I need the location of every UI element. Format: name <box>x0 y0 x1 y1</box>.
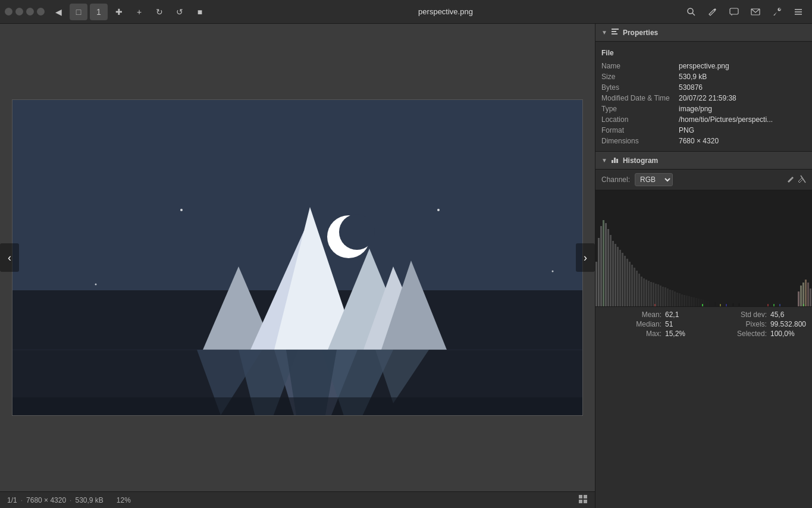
svg-rect-85 <box>695 298 697 306</box>
svg-point-14 <box>552 271 554 272</box>
svg-point-16 <box>339 214 375 250</box>
search-button[interactable] <box>682 4 700 20</box>
svg-rect-80 <box>684 295 685 306</box>
stat-row: Max:15,2% <box>601 330 701 338</box>
svg-rect-53 <box>619 250 621 306</box>
message-icon <box>751 7 760 17</box>
prop-key: Bytes <box>601 83 679 92</box>
app-dot-3 <box>26 8 34 15</box>
histogram-section-header[interactable]: ▼ Histogram <box>595 152 812 170</box>
back-button[interactable]: ◀ <box>49 4 67 20</box>
svg-rect-35 <box>612 29 619 30</box>
property-row: Bytes530876 <box>601 82 806 93</box>
svg-rect-77 <box>676 293 678 306</box>
svg-rect-40 <box>616 159 618 163</box>
stat-row: Mean:62,1 <box>601 311 701 319</box>
zoom-level: 12% <box>117 496 131 504</box>
chat-icon <box>729 7 739 17</box>
extra-button[interactable]: ■ <box>191 4 209 20</box>
svg-rect-59 <box>634 268 635 306</box>
app-dot-2 <box>15 8 23 15</box>
svg-rect-81 <box>686 296 688 306</box>
properties-arrow-icon: ▼ <box>601 29 607 36</box>
svg-rect-54 <box>622 253 623 306</box>
histogram-stats: Mean:62,1Std dev:45,6Median:51Pixels:99.… <box>595 306 812 341</box>
svg-rect-97 <box>798 291 800 306</box>
svg-rect-36 <box>612 31 616 32</box>
properties-section-header[interactable]: ▼ Properties <box>595 24 812 42</box>
svg-rect-74 <box>669 290 671 306</box>
svg-rect-90 <box>707 301 709 306</box>
svg-rect-99 <box>802 283 804 306</box>
histogram-label: Histogram <box>623 156 658 165</box>
pencil-button[interactable] <box>704 4 722 20</box>
zoom-fit-button[interactable]: ✚ <box>110 4 128 20</box>
rotate-cw-button[interactable]: ↺ <box>171 4 189 20</box>
image-dimensions: 7680 × 4320 <box>26 496 66 504</box>
stat-row: Selected:100,0% <box>707 330 806 338</box>
properties-label: Properties <box>623 29 658 37</box>
menu-button[interactable] <box>789 4 807 20</box>
svg-rect-69 <box>657 284 659 306</box>
svg-rect-86 <box>698 299 700 306</box>
message-button[interactable] <box>747 4 764 20</box>
crop-button[interactable]: □ <box>70 4 87 20</box>
histogram-edit-button[interactable] <box>787 175 795 185</box>
chat-button[interactable] <box>725 4 743 20</box>
zoom-1-button[interactable]: 1 <box>90 4 108 20</box>
stat-key: Selected: <box>737 330 767 338</box>
stat-row: Std dev:45,6 <box>707 311 806 319</box>
prev-image-button[interactable]: ‹ <box>0 243 19 272</box>
rotate-ccw-button[interactable]: ↻ <box>151 4 168 20</box>
svg-rect-46 <box>603 220 604 306</box>
prop-key: Name <box>601 62 679 70</box>
svg-rect-83 <box>691 297 692 306</box>
view-toggle-button[interactable] <box>578 494 588 506</box>
wrench-button[interactable] <box>768 4 786 20</box>
svg-rect-60 <box>636 271 638 306</box>
histogram-reset-button[interactable] <box>798 175 806 185</box>
property-row: Modified Date & Time20/07/22 21:59:38 <box>601 93 806 104</box>
svg-rect-101 <box>807 283 809 306</box>
prop-key: Type <box>601 105 679 113</box>
properties-rows: Nameperspective.pngSize530,9 kBBytes5308… <box>601 61 806 146</box>
prop-value: image/png <box>679 105 806 113</box>
stat-row: Pixels:99.532.800 <box>707 320 806 328</box>
reset-icon <box>798 175 806 183</box>
file-group-label: File <box>601 46 806 61</box>
status-bar-right <box>578 494 588 506</box>
histogram-arrow-icon: ▼ <box>601 157 607 164</box>
svg-rect-98 <box>800 286 802 306</box>
channel-select[interactable]: RGB Red Green Blue Alpha <box>635 173 673 186</box>
histogram-icons <box>787 175 806 185</box>
svg-rect-87 <box>700 299 702 306</box>
svg-rect-65 <box>648 281 650 306</box>
svg-rect-71 <box>662 287 664 306</box>
hamburger-icon <box>794 7 803 17</box>
svg-rect-44 <box>598 238 600 306</box>
property-row: Location/home/tio/Pictures/perspecti... <box>601 114 806 125</box>
property-row: Size530,9 kB <box>601 71 806 82</box>
stat-row: Median:51 <box>601 320 701 328</box>
properties-icon <box>611 27 619 37</box>
svg-rect-72 <box>664 287 666 306</box>
pencil-icon <box>708 7 717 17</box>
properties-table: File Nameperspective.pngSize530,9 kBByte… <box>595 42 812 152</box>
svg-rect-48 <box>607 229 609 306</box>
svg-rect-58 <box>631 265 633 306</box>
prop-value: 7680 × 4320 <box>679 137 806 145</box>
property-row: FormatPNG <box>601 125 806 136</box>
svg-rect-61 <box>638 274 640 306</box>
toolbar-right <box>682 4 807 20</box>
file-size: 530,9 kB <box>75 496 103 504</box>
svg-rect-50 <box>612 241 614 306</box>
main-area: ‹ <box>0 24 812 508</box>
svg-rect-100 <box>805 280 807 306</box>
page-indicator: 1/1 <box>7 496 17 504</box>
prop-value: 20/07/22 21:59:38 <box>679 94 806 102</box>
svg-rect-92 <box>714 302 716 306</box>
next-image-button[interactable]: › <box>576 243 595 272</box>
zoom-in-button[interactable]: + <box>130 4 148 20</box>
svg-rect-43 <box>595 262 597 306</box>
svg-rect-102 <box>810 289 811 306</box>
